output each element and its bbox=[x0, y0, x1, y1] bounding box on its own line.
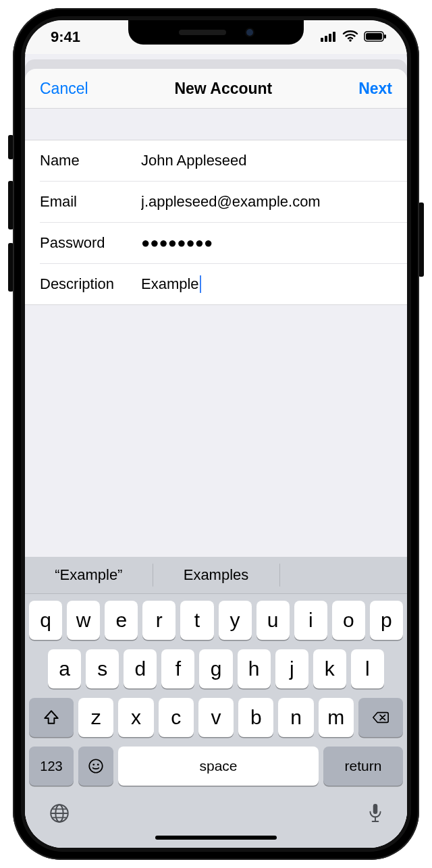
svg-rect-2 bbox=[329, 34, 331, 42]
key-y[interactable]: y bbox=[219, 601, 252, 640]
key-t[interactable]: t bbox=[180, 601, 213, 640]
key-f[interactable]: f bbox=[161, 649, 194, 688]
name-input[interactable] bbox=[141, 152, 392, 169]
predictive-option-1[interactable]: “Example” bbox=[25, 557, 153, 593]
svg-point-9 bbox=[92, 763, 94, 765]
svg-point-10 bbox=[97, 763, 99, 765]
nav-bar: Cancel New Account Next bbox=[25, 69, 407, 109]
key-k[interactable]: k bbox=[313, 649, 346, 688]
nav-title: New Account bbox=[174, 80, 272, 98]
key-z[interactable]: z bbox=[78, 698, 113, 737]
account-form: Name Email Password Description bbox=[25, 140, 407, 305]
key-i[interactable]: i bbox=[294, 601, 327, 640]
email-row: Email bbox=[25, 181, 407, 222]
predictive-option-2[interactable]: Examples bbox=[153, 557, 280, 593]
key-x[interactable]: x bbox=[118, 698, 153, 737]
key-d[interactable]: d bbox=[124, 649, 157, 688]
svg-point-4 bbox=[349, 39, 352, 42]
svg-rect-7 bbox=[384, 34, 386, 38]
cancel-button[interactable]: Cancel bbox=[40, 80, 88, 98]
wifi-icon bbox=[342, 28, 358, 46]
status-time: 9:41 bbox=[51, 28, 80, 46]
svg-rect-3 bbox=[333, 32, 335, 42]
modal-sheet: Cancel New Account Next Name Email bbox=[25, 69, 407, 848]
description-input[interactable]: Example bbox=[141, 275, 199, 293]
key-h[interactable]: h bbox=[238, 649, 271, 688]
key-c[interactable]: c bbox=[159, 698, 194, 737]
password-row: Password bbox=[25, 222, 407, 263]
predictive-option-3[interactable] bbox=[279, 557, 407, 593]
key-p[interactable]: p bbox=[370, 601, 403, 640]
home-indicator[interactable] bbox=[155, 836, 277, 840]
key-u[interactable]: u bbox=[256, 601, 290, 640]
cellular-icon bbox=[321, 28, 337, 46]
password-input[interactable] bbox=[141, 234, 392, 252]
text-cursor bbox=[200, 275, 201, 293]
key-v[interactable]: v bbox=[198, 698, 234, 737]
svg-rect-0 bbox=[321, 38, 323, 42]
key-l[interactable]: l bbox=[351, 649, 384, 688]
key-w[interactable]: w bbox=[67, 601, 100, 640]
email-input[interactable] bbox=[141, 193, 392, 211]
shift-key[interactable] bbox=[29, 698, 74, 737]
description-label: Description bbox=[40, 275, 141, 293]
key-e[interactable]: e bbox=[105, 601, 138, 640]
numbers-key[interactable]: 123 bbox=[29, 747, 74, 786]
key-g[interactable]: g bbox=[199, 649, 232, 688]
key-m[interactable]: m bbox=[319, 698, 354, 737]
key-n[interactable]: n bbox=[278, 698, 313, 737]
name-label: Name bbox=[40, 152, 141, 169]
battery-icon bbox=[364, 28, 387, 46]
emoji-key[interactable] bbox=[78, 747, 113, 786]
key-b[interactable]: b bbox=[238, 698, 273, 737]
key-s[interactable]: s bbox=[86, 649, 119, 688]
key-r[interactable]: r bbox=[142, 601, 176, 640]
password-label: Password bbox=[40, 234, 141, 252]
device-frame: 9:41 bbox=[13, 8, 419, 860]
return-key[interactable]: return bbox=[323, 747, 403, 786]
keyboard: “Example” Examples qwertyuiop asdfghjkl bbox=[25, 557, 407, 848]
email-label: Email bbox=[40, 193, 141, 211]
notch bbox=[128, 20, 304, 45]
next-button[interactable]: Next bbox=[358, 80, 392, 98]
side-button[interactable] bbox=[418, 202, 424, 277]
globe-icon[interactable] bbox=[48, 802, 71, 828]
svg-point-8 bbox=[89, 759, 103, 773]
key-o[interactable]: o bbox=[332, 601, 365, 640]
name-row: Name bbox=[25, 140, 407, 181]
space-key[interactable]: space bbox=[118, 747, 319, 786]
svg-rect-1 bbox=[325, 36, 327, 42]
description-row: Description Example bbox=[25, 263, 407, 304]
key-j[interactable]: j bbox=[275, 649, 308, 688]
key-a[interactable]: a bbox=[48, 649, 81, 688]
svg-rect-6 bbox=[366, 33, 382, 40]
backspace-key[interactable] bbox=[358, 698, 403, 737]
key-q[interactable]: q bbox=[29, 601, 62, 640]
predictive-bar: “Example” Examples bbox=[25, 557, 407, 594]
dictation-icon[interactable] bbox=[367, 802, 384, 828]
svg-rect-13 bbox=[373, 804, 378, 814]
